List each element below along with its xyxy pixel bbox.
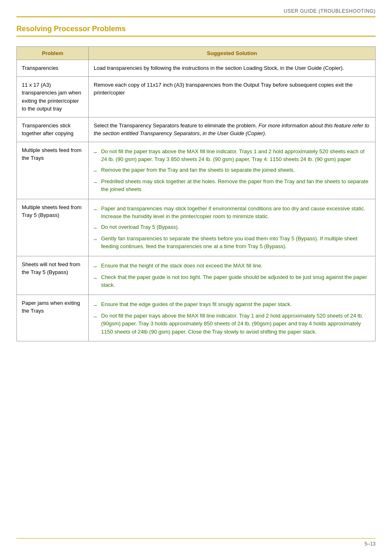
bullet-text: Remove the paper from the Tray and fan t… — [101, 166, 370, 174]
bullet-dash-icon: – — [94, 274, 99, 282]
table-row: TransparenciesLoad transparencies by fol… — [17, 60, 376, 77]
bullet-text: Do not fill the paper trays above the MA… — [101, 312, 370, 336]
bullet-dash-icon: – — [94, 148, 99, 157]
solution-cell: Remove each copy of 11x17 inch (A3) tran… — [89, 76, 376, 117]
bullet-text: Predrilled sheets may stick together at … — [101, 177, 370, 193]
section-divider — [16, 36, 376, 37]
list-item: –Predrilled sheets may stick together at… — [94, 176, 370, 195]
table-header-row: Problem Suggested Solution — [17, 47, 376, 60]
solution-plain-text: Remove each copy of 11x17 inch (A3) tran… — [94, 82, 353, 96]
problem-cell: Sheets will not feed from the Tray 5 (By… — [17, 256, 89, 295]
bullet-text: Do not overload Tray 5 (Bypass). — [101, 223, 370, 231]
bullet-text: Check that the paper guide is not too ti… — [101, 273, 370, 289]
table-row: Multiple sheets feed from the Trays–Do n… — [17, 142, 376, 199]
problem-cell: Transparencies stick together after copy… — [17, 117, 89, 142]
list-item: –Ensure that the height of the stack doe… — [94, 260, 370, 272]
solution-cell: –Ensure that the height of the stack doe… — [89, 256, 376, 295]
bullet-dash-icon: – — [94, 235, 99, 244]
footer-page: 5–13 — [364, 541, 376, 547]
list-item: –Do not fill the paper trays above the M… — [94, 146, 370, 165]
solution-plain-end: . — [265, 130, 267, 136]
bullet-dash-icon: – — [94, 262, 99, 271]
problem-cell: Multiple sheets feed from the Trays — [17, 142, 89, 199]
solution-cell: –Paper and transparencies may stick toge… — [89, 199, 376, 256]
solution-italic-text2: , — [200, 130, 203, 136]
page-container: User Guide (Troubleshooting) Resolving P… — [0, 0, 392, 555]
table-row: Transparencies stick together after copy… — [17, 117, 376, 142]
main-table: Problem Suggested Solution Transparencie… — [16, 46, 376, 341]
problem-cell: Paper jams when exiting the Trays — [17, 295, 89, 341]
bullet-text: Ensure that the edge guides of the paper… — [101, 300, 370, 309]
solution-cell: Select the Transparency Separators featu… — [89, 117, 376, 142]
bullet-text: Gently fan transparencies to separate th… — [101, 235, 370, 251]
bullet-dash-icon: – — [94, 301, 99, 309]
col-solution-header: Suggested Solution — [89, 47, 376, 60]
list-item: –Do not overload Tray 5 (Bypass). — [94, 222, 370, 233]
bullet-dash-icon: – — [94, 205, 99, 214]
list-item: –Remove the paper from the Tray and fan … — [94, 165, 370, 176]
table-row: Paper jams when exiting the Trays–Ensure… — [17, 295, 376, 341]
solution-cell: Load transparencies by following the ins… — [89, 60, 376, 77]
bullet-text: Paper and transparencies may stick toget… — [101, 205, 370, 221]
solution-bullet-list: –Ensure that the edge guides of the pape… — [94, 299, 370, 337]
bullet-dash-icon: – — [94, 223, 99, 232]
solution-bullet-list: –Do not fill the paper trays above the M… — [94, 146, 370, 195]
bullet-dash-icon: – — [94, 178, 99, 187]
header-bar: User Guide (Troubleshooting) — [16, 8, 376, 17]
list-item: –Paper and transparencies may stick toge… — [94, 203, 370, 222]
bullet-text: Ensure that the height of the stack does… — [101, 262, 370, 270]
col-problem-header: Problem — [17, 47, 89, 60]
table-row: 11 x 17 (A3) transparencies jam when exi… — [17, 76, 376, 117]
list-item: –Check that the paper guide is not too t… — [94, 272, 370, 290]
footer-bar: 5–13 — [16, 538, 376, 547]
problem-cell: Multiple sheets feed from Tray 5 (Bypass… — [17, 199, 89, 256]
list-item: –Ensure that the edge guides of the pape… — [94, 299, 370, 311]
bullet-dash-icon: – — [94, 312, 99, 321]
problem-cell: Transparencies — [17, 60, 89, 77]
list-item: –Do not fill the paper trays above the M… — [94, 311, 370, 337]
solution-plain-text: Load transparencies by following the ins… — [94, 65, 344, 71]
solution-plain-text: Select the Transparency Separators featu… — [94, 122, 258, 129]
header-title: User Guide (Troubleshooting) — [284, 8, 376, 14]
solution-bullet-list: –Paper and transparencies may stick toge… — [94, 203, 370, 252]
solution-cell: –Do not fill the paper trays above the M… — [89, 142, 376, 199]
bullet-dash-icon: – — [94, 166, 99, 175]
table-row: Sheets will not feed from the Tray 5 (By… — [17, 256, 376, 295]
solution-bullet-list: –Ensure that the height of the stack doe… — [94, 260, 370, 290]
solution-cell: –Ensure that the edge guides of the pape… — [89, 295, 376, 341]
table-row: Multiple sheets feed from Tray 5 (Bypass… — [17, 199, 376, 256]
section-title: Resolving Processor Problems — [16, 25, 376, 33]
bullet-text: Do not fill the paper trays above the MA… — [101, 147, 370, 164]
list-item: –Gently fan transparencies to separate t… — [94, 233, 370, 252]
problem-cell: 11 x 17 (A3) transparencies jam when exi… — [17, 76, 89, 117]
solution-italic-text3: in the User Guide (Copier) — [203, 130, 265, 136]
